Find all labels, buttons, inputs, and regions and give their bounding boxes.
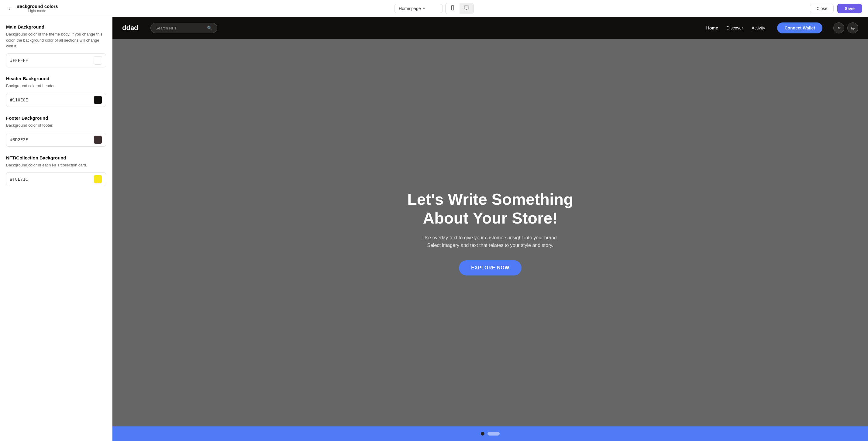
header-background-color-swatch[interactable] [94, 96, 102, 104]
nft-header: ddad 🔍 Home Discover Activity Connect Wa… [113, 17, 868, 39]
search-icon: 🔍 [207, 26, 212, 30]
svg-rect-0 [451, 5, 454, 10]
nft-search-bar[interactable]: 🔍 [150, 23, 217, 33]
footer-background-color-input-row[interactable] [6, 133, 106, 147]
back-button[interactable]: ‹ [6, 4, 13, 13]
main-background-color-swatch[interactable] [94, 56, 102, 65]
preview-area: ddad 🔍 Home Discover Activity Connect Wa… [113, 17, 868, 441]
carousel-dot-1[interactable] [481, 432, 485, 436]
close-button[interactable]: Close [810, 4, 834, 13]
toolbar-title-main: Background colors [17, 4, 58, 9]
main-background-color-input-row[interactable] [6, 54, 106, 67]
top-toolbar: ‹ Background colors Light mode Home page… [0, 0, 868, 17]
preview-frame: ddad 🔍 Home Discover Activity Connect Wa… [113, 17, 868, 441]
toolbar-title-sub: Light mode [17, 9, 58, 13]
main-background-description: Background color of the theme body. If y… [6, 31, 106, 49]
nav-item-discover[interactable]: Discover [727, 26, 743, 30]
header-background-title: Header Background [6, 76, 106, 81]
device-buttons [445, 3, 474, 14]
sidebar-section-main-background: Main BackgroundBackground color of the t… [6, 24, 106, 67]
nft-hero: Let's Write Something About Your Store! … [113, 39, 868, 427]
hero-title: Let's Write Something About Your Store! [384, 190, 597, 228]
header-background-color-input[interactable] [10, 98, 94, 102]
hero-subtitle-line2: Select imagery and text that relates to … [427, 243, 553, 248]
hero-subtitle: Use overlay text to give your customers … [423, 234, 558, 249]
carousel-bar [113, 427, 868, 441]
header-background-color-input-row[interactable] [6, 93, 106, 107]
explore-now-button[interactable]: EXPLORE NOW [459, 260, 522, 275]
currency-toggle-button[interactable]: ◎ [847, 23, 858, 33]
nft-collection-background-color-swatch[interactable] [94, 175, 102, 183]
main-background-title: Main Background [6, 24, 106, 30]
mobile-device-button[interactable] [445, 3, 460, 14]
desktop-device-button[interactable] [460, 3, 473, 14]
main-background-color-input[interactable] [10, 58, 94, 63]
main-layout: Main BackgroundBackground color of the t… [0, 17, 868, 441]
nft-collection-background-color-input-row[interactable] [6, 172, 106, 186]
sidebar-section-nft-collection-background: NFT/Collection BackgroundBackground colo… [6, 155, 106, 186]
nft-collection-background-title: NFT/Collection Background [6, 155, 106, 160]
nft-header-icons: ☀ ◎ [833, 23, 858, 33]
theme-toggle-button[interactable]: ☀ [833, 23, 844, 33]
toolbar-title: Background colors Light mode [17, 4, 58, 13]
hero-subtitle-line1: Use overlay text to give your customers … [423, 235, 558, 240]
nft-collection-background-color-input[interactable] [10, 177, 94, 182]
page-selector[interactable]: Home page ▾ [394, 4, 443, 13]
page-selector-label: Home page [399, 6, 421, 11]
nav-item-home[interactable]: Home [706, 26, 718, 30]
carousel-dot-2[interactable] [488, 432, 500, 436]
connect-wallet-button[interactable]: Connect Wallet [777, 23, 823, 33]
toolbar-left: ‹ Background colors Light mode [6, 4, 58, 13]
footer-background-color-swatch[interactable] [94, 135, 102, 144]
sidebar-section-footer-background: Footer BackgroundBackground color of foo… [6, 115, 106, 147]
footer-background-color-input[interactable] [10, 137, 94, 142]
footer-background-title: Footer Background [6, 115, 106, 121]
header-background-description: Background color of header. [6, 83, 106, 89]
search-input[interactable] [156, 26, 205, 30]
nft-collection-background-description: Background color of each NFT/collection … [6, 162, 106, 168]
nft-preview: ddad 🔍 Home Discover Activity Connect Wa… [113, 17, 868, 441]
save-button[interactable]: Save [837, 4, 862, 13]
footer-background-description: Background color of footer. [6, 123, 106, 129]
nav-item-activity[interactable]: Activity [752, 26, 765, 30]
nft-logo: ddad [122, 24, 138, 32]
left-sidebar: Main BackgroundBackground color of the t… [0, 17, 113, 441]
toolbar-right: Close Save [810, 4, 862, 13]
toolbar-center: Home page ▾ [394, 3, 474, 14]
chevron-down-icon: ▾ [423, 6, 425, 11]
svg-rect-2 [464, 6, 469, 9]
sidebar-section-header-background: Header BackgroundBackground color of hea… [6, 76, 106, 107]
nft-nav: Home Discover Activity [706, 26, 765, 30]
